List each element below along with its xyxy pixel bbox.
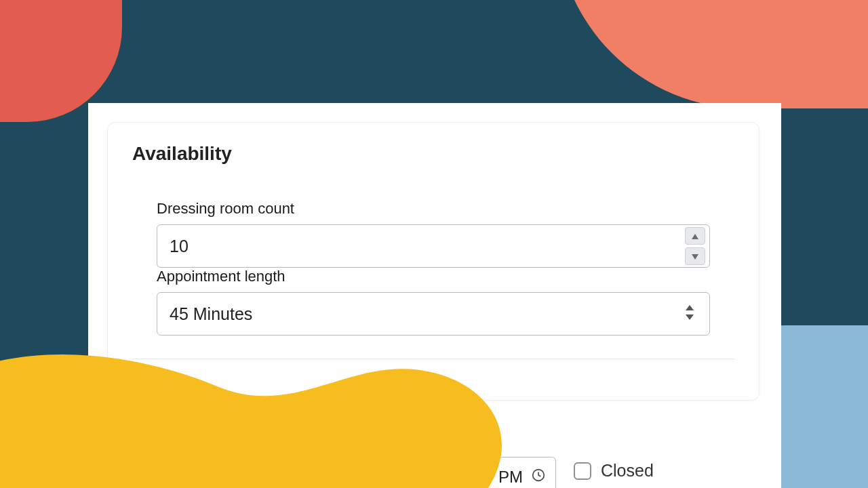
closed-label: Closed <box>601 461 654 481</box>
close-time-suffix: PM <box>498 468 523 487</box>
closed-toggle[interactable]: Closed <box>574 461 654 481</box>
appointment-length-select[interactable]: 45 Minutes <box>157 292 710 336</box>
spinner-increment-button[interactable] <box>685 227 705 245</box>
spinner-buttons <box>685 224 709 268</box>
spinner-decrement-button[interactable] <box>685 247 705 265</box>
availability-card: Availability Dressing room count 10 Appo… <box>107 122 760 401</box>
clock-icon <box>531 468 546 487</box>
dressing-room-count-label: Dressing room count <box>157 200 710 218</box>
select-updown-icon <box>685 305 709 323</box>
availability-fields: Dressing room count 10 Appointment lengt… <box>132 200 734 359</box>
appointment-length-label: Appointment length <box>157 268 710 285</box>
dressing-room-count-value: 10 <box>157 237 685 256</box>
section-divider <box>132 359 734 359</box>
closed-checkbox[interactable] <box>574 462 591 480</box>
dressing-room-count-input[interactable]: 10 <box>157 224 710 268</box>
card-title: Availability <box>132 143 734 165</box>
appointment-length-value: 45 Minutes <box>157 304 685 324</box>
chevron-down-icon <box>692 250 698 262</box>
chevron-up-icon <box>692 230 698 242</box>
decor-blob-coral <box>556 0 868 108</box>
